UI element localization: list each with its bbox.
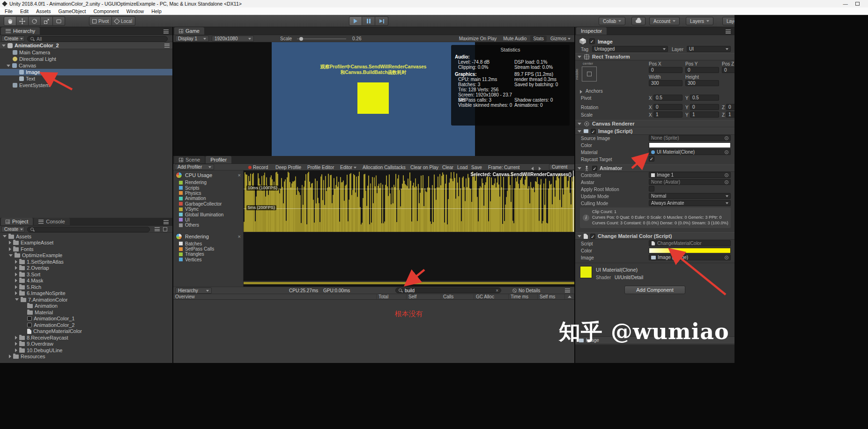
local-toggle-button[interactable]: Local [112,16,135,26]
detail-view-dropdown[interactable]: Hierarchy [175,288,212,294]
expand-arrow[interactable] [15,266,17,270]
hand-tool-button[interactable] [4,16,16,26]
profiler-table-body[interactable] [173,300,574,363]
legend-triangles[interactable]: Triangles [173,251,243,257]
pivot-x-field[interactable]: 0.5 [653,95,683,101]
project-item-8-receiveraycast[interactable]: 8.ReceiveRaycast [0,334,172,341]
legend-setpass-calls[interactable]: SetPass Calls [173,246,243,251]
expand-arrow[interactable] [15,291,17,295]
expand-arrow[interactable] [578,56,581,58]
expand-arrow[interactable] [9,355,11,358]
animator-header[interactable]: ✓ Animator [575,164,734,172]
project-item-3-sort[interactable]: 3.Sort [0,271,172,278]
scale-tool-button[interactable] [41,16,53,26]
pivot-toggle-button[interactable]: Pivot [89,16,112,26]
expand-arrow[interactable] [15,279,17,282]
column-overview[interactable]: Overview [173,294,377,299]
expand-arrow[interactable] [15,336,17,340]
play-button[interactable] [349,16,362,26]
scale-slider[interactable] [297,38,346,39]
detail-options-icon[interactable] [565,288,570,293]
gameobject-name[interactable]: Image [598,39,613,44]
column-calls[interactable]: Calls [441,294,474,299]
layer-dropdown[interactable]: UI [687,46,731,52]
record-button[interactable]: Record [248,165,268,170]
hierarchy-item-image[interactable]: Image [0,69,172,75]
editor-connection-dropdown[interactable]: Editor [340,165,356,170]
menu-help[interactable]: Help [148,8,165,14]
current-frame-button[interactable]: Current [549,164,574,170]
tab-game[interactable]: Game [174,27,204,35]
scene-row[interactable]: AnimationColor_2 [0,42,172,49]
project-item-resources[interactable]: Resources [0,354,172,360]
object-picker-icon[interactable] [725,173,728,177]
menu-gameobject[interactable]: GameObject [55,8,90,14]
update-mode-dropdown[interactable]: Normal [649,193,731,199]
load-button[interactable]: Load [457,165,467,170]
legend-vertices[interactable]: Vertices [173,257,243,262]
game-viewport[interactable]: 观察Profiler中Canvas.SendWillRenderCanvases… [173,42,574,156]
column-self-ms[interactable]: Self ms [538,294,565,299]
expand-arrow[interactable] [578,130,581,133]
height-field[interactable]: 300 [685,80,719,86]
expand-arrow[interactable] [15,285,17,289]
legend-physics[interactable]: Physics [173,191,243,196]
sort-arrow[interactable] [565,294,574,299]
project-create-dropdown[interactable]: Create [1,226,25,232]
clear-button[interactable]: Clear [442,165,453,170]
hierarchy-item-text[interactable]: Text [0,75,172,82]
expand-arrow[interactable] [15,273,17,276]
legend-others[interactable]: Others [173,222,243,228]
cpu-usage-module-header[interactable]: CPU Usage × [173,170,243,180]
culling-mode-dropdown[interactable]: Always Animate [649,200,731,206]
object-picker-icon[interactable] [725,180,728,184]
object-picker-icon[interactable] [725,150,728,154]
active-checkbox[interactable]: ✓ [589,38,595,44]
source-image-field[interactable]: None (Sprite) [649,135,731,141]
enabled-checkbox[interactable]: ✓ [592,166,597,171]
rendering-chart[interactable] [244,232,574,287]
add-component-button[interactable]: Add Component [624,286,685,294]
project-item-assets[interactable]: Assets [0,233,172,240]
rect-tool-button[interactable] [53,16,65,26]
close-icon[interactable]: × [238,172,241,178]
minimize-button[interactable]: — [843,1,848,7]
hierarchy-search-input[interactable]: All [27,36,168,42]
project-item-5-rich[interactable]: 5.Rich [0,284,172,290]
gizmos-dropdown[interactable]: Gizmos [548,36,573,42]
rotate-tool-button[interactable] [29,16,41,26]
rotation-x-field[interactable]: 0 [653,104,683,110]
expand-arrow[interactable] [7,65,10,67]
rotation-y-field[interactable]: 0 [690,104,719,110]
profiler-search-input[interactable]: build × [395,288,501,293]
project-item-animationcolor-2[interactable]: AnimationColor_2 [0,322,172,328]
tab-profiler[interactable]: Profiler [206,156,231,163]
tab-hierarchy[interactable]: Hierarchy [1,27,40,35]
expand-arrow[interactable] [578,235,581,237]
expand-arrow[interactable] [15,342,17,346]
pos-y-field[interactable]: 0 [685,67,719,73]
menu-window[interactable]: Window [123,8,148,14]
controller-field[interactable]: Image 1 [649,172,731,178]
hierarchy-item-eventsystem[interactable]: EventSystem [0,82,172,89]
display-dropdown[interactable]: Display 1 [175,36,209,42]
column-total[interactable]: Total [377,294,407,299]
expand-arrow[interactable] [15,260,17,264]
expand-arrow[interactable] [578,167,581,170]
slider-thumb[interactable] [299,37,303,41]
legend-garbagecollector[interactable]: GarbageCollector [173,201,243,207]
maximize-on-play-button[interactable]: Maximize On Play [456,36,500,42]
avatar-field[interactable]: None (Avatar) [649,179,731,185]
legend-batches[interactable]: Batches [173,241,243,246]
object-picker-icon[interactable] [725,136,728,140]
anchor-preset-widget[interactable] [582,67,597,81]
project-item-6-imagenosprite[interactable]: 6.ImageNoSprite [0,290,172,297]
layers-dropdown[interactable]: Layers [686,17,713,25]
project-item-2-overlap[interactable]: 2.Overlap [0,265,172,272]
project-item-1-setspriteatlas[interactable]: 1.SetSpriteAtlas [0,259,172,265]
scale-x-field[interactable]: 1 [653,111,683,118]
pos-x-field[interactable]: 0 [649,67,683,73]
scale-z-field[interactable]: 1 [726,111,734,118]
clear-on-play-button[interactable]: Clear on Play [410,165,438,170]
expand-arrow[interactable] [3,235,7,237]
